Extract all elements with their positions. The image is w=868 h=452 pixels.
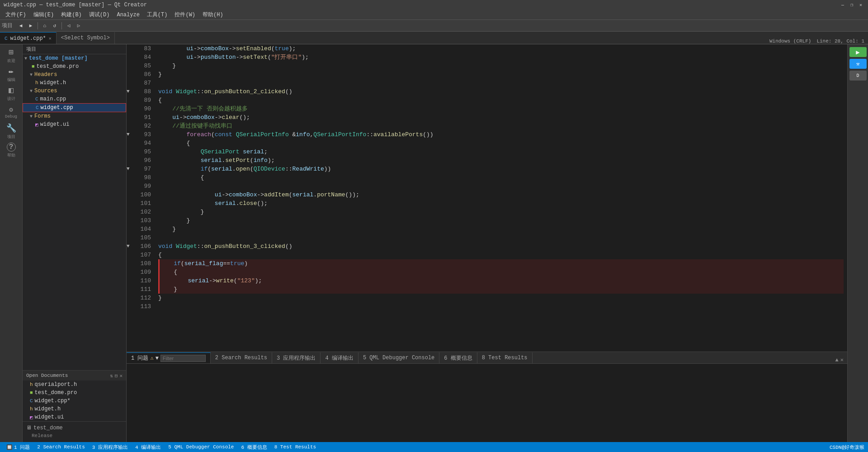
statusbar-watermark: CSDN@好奇泼猴 bbox=[830, 444, 864, 451]
fold-105 bbox=[127, 233, 132, 242]
activity-debug[interactable]: ⚙ Debug bbox=[2, 103, 20, 121]
line-85: } bbox=[158, 62, 844, 70]
issues-filter-input[interactable] bbox=[160, 355, 206, 362]
tree-item-widget-ui[interactable]: ◩ widget.ui bbox=[23, 120, 126, 128]
h-file-icon: h bbox=[35, 80, 38, 86]
line-87 bbox=[158, 79, 844, 87]
open-doc-test-dome-pro[interactable]: ■ test_dome.pro bbox=[23, 389, 126, 397]
fold-88[interactable]: ▼ bbox=[127, 87, 132, 96]
fold-102 bbox=[127, 208, 132, 216]
tree-item-widget-cpp[interactable]: C widget.cpp bbox=[23, 103, 126, 112]
cpp-icon: C bbox=[30, 398, 33, 404]
activity-design[interactable]: ◧ 设计 bbox=[2, 84, 20, 102]
line-92: //通过按键手动找串口 bbox=[158, 122, 844, 130]
menu-help[interactable]: 帮助(H) bbox=[199, 10, 227, 19]
toolbar-nav-prev[interactable]: ◁ bbox=[64, 21, 73, 30]
menu-file[interactable]: 文件(F) bbox=[2, 10, 30, 19]
statusbar-compile-label: 4 编译输出 bbox=[135, 444, 161, 451]
activity-projects[interactable]: 🔧 项目 bbox=[2, 122, 20, 140]
statusbar-test[interactable]: 8 Test Results bbox=[272, 442, 319, 452]
search-results-tab-label: 2 Search Results bbox=[215, 355, 267, 361]
menu-analyze[interactable]: Analyze bbox=[113, 11, 143, 19]
menu-controls[interactable]: 控件(W) bbox=[171, 10, 199, 19]
tree-item-main-cpp[interactable]: C main.cpp bbox=[23, 95, 126, 103]
code-editor[interactable]: ▼ ▼ ▼ bbox=[127, 44, 847, 352]
bottom-tab-compile-output[interactable]: 4 编译输出 bbox=[321, 352, 358, 363]
line-113 bbox=[158, 302, 844, 311]
statusbar-search[interactable]: 2 Search Results bbox=[34, 442, 88, 452]
toolbar-home-button[interactable]: ⌂ bbox=[40, 21, 49, 30]
statusbar-issues[interactable]: 🔲 1 问题 bbox=[4, 442, 33, 452]
title-text: widget.cpp — test_dome [master] — Qt Cre… bbox=[4, 2, 147, 8]
activity-welcome[interactable]: ⊞ 欢迎 bbox=[2, 46, 20, 64]
open-docs-sort[interactable]: ⇅ bbox=[110, 373, 113, 379]
open-docs-close[interactable]: ✕ bbox=[119, 373, 123, 379]
fold-101 bbox=[127, 199, 132, 208]
tab-select-symbol[interactable]: <Select Symbol> bbox=[57, 32, 115, 44]
toolbar-back-button[interactable]: ◀ bbox=[16, 21, 25, 30]
statusbar-qml[interactable]: 5 QML Debugger Console bbox=[165, 442, 236, 452]
close-button[interactable]: ✕ bbox=[857, 1, 864, 9]
general-tab-label: 6 概要信息 bbox=[444, 354, 472, 362]
cpp-icon-widget: C bbox=[36, 105, 39, 110]
maximize-button[interactable]: ❐ bbox=[848, 1, 855, 9]
bottom-panel-expand[interactable]: ▲ bbox=[835, 357, 839, 363]
headers-label: Headers bbox=[34, 71, 57, 78]
open-doc-test-dome-label: test_dome.pro bbox=[35, 390, 77, 396]
open-doc-qserialport[interactable]: h qserialport.h bbox=[23, 381, 126, 389]
menu-debug[interactable]: 调试(D) bbox=[85, 10, 113, 19]
menu-build[interactable]: 构建(B) bbox=[57, 10, 85, 19]
statusbar-general[interactable]: 6 概要信息 bbox=[238, 442, 269, 452]
open-docs-split[interactable]: ⊟ bbox=[115, 373, 118, 379]
tree-item-widget-h[interactable]: h widget.h bbox=[23, 79, 126, 87]
widget-cpp-label: widget.cpp bbox=[41, 105, 73, 111]
fold-86 bbox=[127, 70, 132, 79]
fold-106[interactable]: ▼ bbox=[127, 242, 132, 251]
toolbar-forward-button[interactable]: ▶ bbox=[26, 21, 35, 30]
activity-edit[interactable]: ✏ 编辑 bbox=[2, 65, 20, 83]
bottom-tab-app-output[interactable]: 3 应用程序输出 bbox=[272, 352, 321, 363]
position-status: Line: 28, Col: 1 bbox=[816, 38, 864, 44]
bottom-tab-qml[interactable]: 5 QML Debugger Console bbox=[359, 352, 439, 363]
tree-item-headers[interactable]: ▼ Headers bbox=[23, 71, 126, 79]
menu-edit[interactable]: 编辑(E) bbox=[30, 10, 58, 19]
bottom-panel-close[interactable]: ✕ bbox=[840, 357, 844, 363]
fold-103 bbox=[127, 216, 132, 225]
statusbar-app-output[interactable]: 3 应用程序输出 bbox=[90, 442, 131, 452]
toolbar-refresh-button[interactable]: ↺ bbox=[50, 21, 59, 30]
build-button[interactable]: ⚒ bbox=[849, 59, 867, 69]
minimize-button[interactable]: — bbox=[839, 1, 846, 9]
cpp-file-icon: C bbox=[5, 36, 8, 41]
tab-widget-cpp-label: widget.cpp* bbox=[10, 35, 46, 42]
open-doc-widget-ui[interactable]: ◩ widget.ui bbox=[23, 413, 126, 421]
line-102: } bbox=[158, 208, 844, 216]
forms-label: Forms bbox=[34, 113, 51, 119]
line-94: { bbox=[158, 139, 844, 147]
line-numbers: 83 84 85 86 87 88 89 90 91 92 93 94 95 9… bbox=[132, 44, 155, 352]
run-button[interactable]: ▶ bbox=[849, 47, 867, 57]
open-doc-widget-h[interactable]: h widget.h bbox=[23, 405, 126, 413]
fold-93[interactable]: ▼ bbox=[127, 130, 132, 139]
tab-widget-cpp[interactable]: C widget.cpp* ✕ bbox=[0, 32, 57, 44]
open-doc-widget-cpp[interactable]: C widget.cpp* bbox=[23, 397, 126, 405]
activity-help[interactable]: ? 帮助 bbox=[2, 141, 20, 159]
tree-item-forms[interactable]: ▼ Forms bbox=[23, 112, 126, 120]
tree-item-test-dome-pro[interactable]: ■ test_dome.pro bbox=[23, 62, 126, 71]
statusbar-compile[interactable]: 4 编译输出 bbox=[132, 442, 164, 452]
toolbar-nav-next[interactable]: ▷ bbox=[74, 21, 83, 30]
menu-tools[interactable]: 工具(T) bbox=[143, 10, 171, 19]
fold-97[interactable]: ▼ bbox=[127, 165, 132, 173]
fold-85 bbox=[127, 62, 132, 70]
tree-project-root[interactable]: ▼ test_dome [master] bbox=[23, 54, 126, 62]
bottom-tab-search-results[interactable]: 2 Search Results bbox=[211, 352, 272, 363]
tree-item-sources[interactable]: ▼ Sources bbox=[23, 87, 126, 95]
fold-90 bbox=[127, 105, 132, 113]
code-lines[interactable]: ui->comboBox->setEnabled(true); ui->push… bbox=[155, 44, 847, 352]
bottom-tab-general[interactable]: 6 概要信息 bbox=[439, 352, 477, 363]
fold-111 bbox=[127, 285, 132, 294]
debug-button[interactable]: D bbox=[849, 71, 867, 81]
bottom-tab-issues[interactable]: 1 问题 ⚠ ▼ bbox=[127, 352, 211, 363]
bottom-tab-test[interactable]: 8 Test Results bbox=[477, 352, 533, 363]
tab-widget-cpp-close[interactable]: ✕ bbox=[49, 36, 52, 41]
fold-98 bbox=[127, 173, 132, 182]
